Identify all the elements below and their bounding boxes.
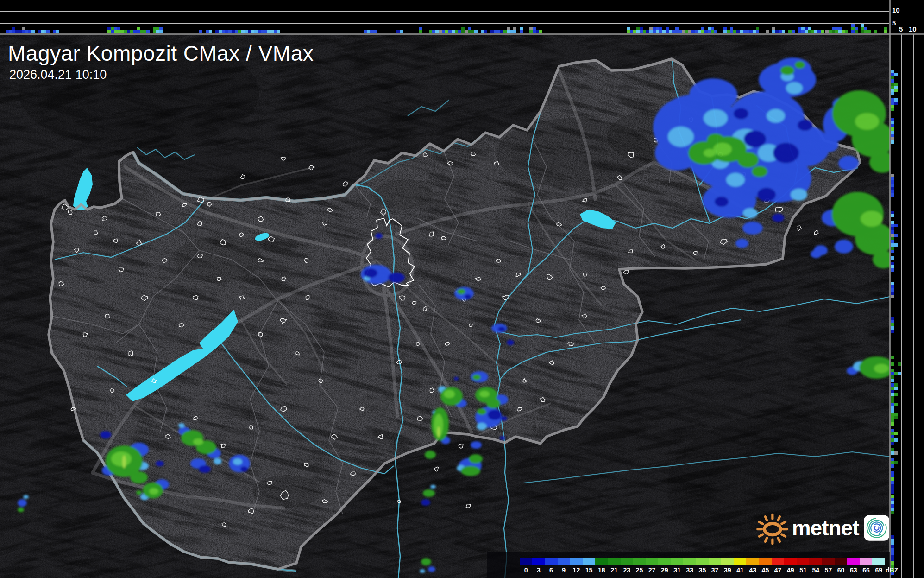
profile-echo-pixel [891, 561, 894, 565]
profile-echo-pixel [107, 30, 111, 33]
profile-echo-pixel [445, 30, 448, 33]
radar-echo [214, 458, 222, 464]
radar-echo [744, 131, 766, 147]
profile-echo-pixel [439, 30, 442, 33]
legend-swatch [709, 558, 721, 565]
radar-echo [791, 189, 807, 201]
legend-tick: 49 [787, 566, 794, 574]
profile-echo-pixel [28, 30, 31, 33]
profile-echo-pixel [891, 326, 894, 330]
profile-echo-pixel [891, 224, 894, 227]
profile-echo-pixel [891, 105, 894, 108]
legend-tick: 21 [610, 566, 618, 574]
profile-echo-pixel [455, 30, 458, 33]
profile-echo-pixel [814, 30, 817, 33]
radar-echo [501, 416, 507, 421]
profile-echo-pixel [891, 262, 894, 265]
profile-echo-pixel [646, 30, 649, 33]
profile-echo-pixel [627, 30, 630, 33]
profile-echo-pixel [520, 27, 523, 30]
profile-echo-pixel [264, 30, 267, 33]
profile-echo-pixel [22, 30, 25, 33]
radar-echo [178, 423, 185, 428]
radar-echo [814, 245, 828, 255]
profile-echo-pixel [41, 30, 44, 33]
radar-echo [130, 471, 148, 483]
profile-echo-pixel [507, 30, 510, 33]
profile-echo-pixel [891, 448, 894, 451]
profile-echo-pixel [22, 27, 25, 30]
profile-echo-pixel [891, 379, 894, 382]
legend-tick: 25 [636, 566, 643, 574]
profile-echo-pixel [891, 432, 894, 435]
profile-echo-pixel [669, 30, 672, 33]
radar-echo [780, 66, 794, 75]
profile-echo-pixel [458, 30, 461, 33]
profile-echo-pixel [891, 495, 894, 498]
radar-echo [742, 222, 763, 235]
legend-tick: 35 [699, 566, 706, 574]
legend-swatch [759, 558, 772, 565]
legend-swatch [646, 558, 658, 565]
profile-echo-pixel [137, 27, 140, 30]
legend-tick: 12 [573, 566, 580, 574]
profile-echo-pixel [891, 387, 894, 390]
profile-echo-pixel [254, 30, 258, 33]
profile-echo-pixel [656, 30, 659, 33]
profile-echo-pixel [630, 30, 633, 33]
profile-echo-pixel [891, 131, 894, 134]
storm-spiral-icon [864, 513, 889, 543]
legend-tick: 54 [812, 566, 819, 574]
profile-echo-pixel [891, 372, 894, 375]
profile-echo-pixel [842, 30, 845, 33]
profile-echo-pixel [891, 237, 894, 240]
legend-swatch [608, 558, 620, 565]
profile-echo-pixel [711, 27, 714, 30]
radar-echo [388, 273, 405, 283]
profile-echo-pixel [805, 30, 808, 33]
profile-echo-pixel [891, 422, 894, 426]
radar-echo [193, 438, 203, 445]
profile-echo-pixel [891, 180, 894, 184]
profile-echo-pixel [894, 89, 898, 92]
profile-echo-pixel [633, 30, 636, 33]
profile-echo-pixel [891, 406, 894, 409]
profile-echo-pixel [46, 30, 50, 33]
profile-echo-pixel [274, 30, 277, 33]
profile-echo-pixel [468, 30, 471, 33]
profile-echo-pixel [640, 27, 643, 30]
profile-echo-pixel [891, 535, 894, 539]
profile-echo-pixel [891, 320, 894, 323]
radar-echo [100, 431, 111, 438]
legend-bar [520, 558, 885, 565]
profile-echo-pixel [808, 27, 811, 30]
profile-echo-pixel [798, 30, 801, 33]
profile-echo-pixel [114, 30, 117, 33]
profile-echo-pixel [891, 501, 894, 504]
profile-echo-pixel [891, 76, 894, 79]
profile-echo-pixel [711, 30, 714, 33]
profile-echo-pixel [137, 30, 140, 33]
page-title: Magyar Kompozit CMax / VMax [8, 41, 314, 66]
radar-echo [199, 465, 211, 473]
legend-swatch [621, 558, 633, 565]
profile-echo-pixel [12, 27, 15, 30]
profile-echo-pixel [891, 230, 894, 234]
profile-echo-pixel [894, 461, 898, 464]
profile-echo-pixel [891, 89, 894, 92]
profile-echo-pixel [861, 27, 864, 30]
profile-echo-pixel [130, 30, 133, 33]
profile-echo-pixel [153, 30, 156, 33]
profile-echo-pixel [891, 134, 894, 137]
profile-echo-pixel [894, 234, 898, 237]
profile-echo-pixel [891, 174, 894, 177]
timestamp: 2026.04.21 10:10 [9, 68, 107, 82]
profile-echo-pixel [666, 27, 669, 30]
profile-echo-pixel [513, 27, 516, 30]
legend-swatch [570, 558, 583, 565]
profile-echo-pixel [891, 127, 894, 131]
profile-echo-pixel [124, 30, 127, 33]
radar-echo [704, 109, 728, 127]
profile-echo-pixel [891, 435, 894, 438]
profile-echo-pixel [370, 30, 373, 33]
